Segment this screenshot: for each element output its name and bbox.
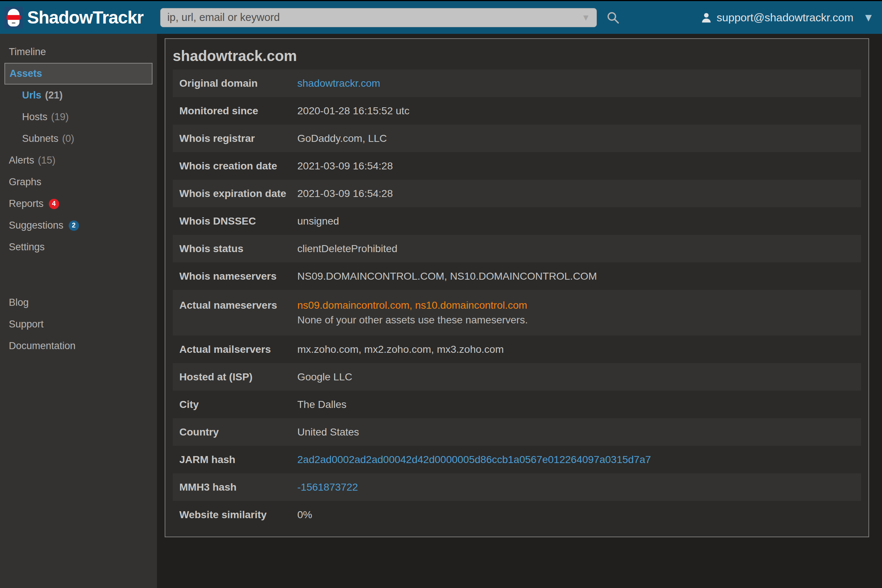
sidebar-item-count: (15) <box>38 155 56 166</box>
sidebar-selected-box: Assets <box>4 63 153 84</box>
row-value: GoDaddy.com, LLC <box>297 133 861 144</box>
sidebar-item-blog[interactable]: Blog <box>0 292 157 314</box>
row-value: Google LLC <box>297 371 861 383</box>
row-label: Whois status <box>173 243 297 255</box>
helmet-icon <box>8 9 20 27</box>
sidebar-item-label: Support <box>9 319 44 330</box>
row-value: unsigned <box>297 215 861 227</box>
sidebar-nav: TimelineAssetsUrls(21)Hosts(19)Subnets(0… <box>0 41 157 357</box>
sidebar-item-label: Settings <box>9 242 45 253</box>
sidebar-item-label: Blog <box>9 297 28 308</box>
row-value: 2021-03-09 16:54:28 <box>297 188 861 200</box>
sidebar-item-label: Graphs <box>9 176 42 188</box>
row-label: Whois creation date <box>173 160 297 172</box>
top-bar: ShadowTrackr ▼ support@shadowtrackr.com … <box>0 0 882 34</box>
sidebar-item-label: Documentation <box>9 340 76 352</box>
detail-table: Original domainshadowtrackr.comMonitored… <box>173 69 861 528</box>
sidebar-item-urls[interactable]: Urls(21) <box>0 84 157 106</box>
row-label: Whois expiration date <box>173 188 297 200</box>
row-value: United States <box>297 426 861 438</box>
sidebar-item-label: Urls <box>22 90 42 101</box>
sidebar: TimelineAssetsUrls(21)Hosts(19)Subnets(0… <box>0 34 157 588</box>
search-icon[interactable] <box>606 10 620 25</box>
row-label: Actual nameservers <box>173 298 297 313</box>
search-input[interactable] <box>160 8 597 27</box>
sidebar-item-label: Subnets <box>22 133 58 144</box>
app-root: ShadowTrackr ▼ support@shadowtrackr.com … <box>0 0 882 588</box>
row-value-warning: ns09.domaincontrol.com, ns10.domaincontr… <box>297 298 856 313</box>
table-row: Website similarity0% <box>173 501 861 528</box>
main-content: shadowtrack.com Original domainshadowtra… <box>157 34 882 588</box>
table-row: Actual nameserversns09.domaincontrol.com… <box>173 290 861 336</box>
table-row: MMH3 hash-1561873722 <box>173 473 861 501</box>
user-menu[interactable]: support@shadowtrackr.com ▼ <box>700 11 874 24</box>
sidebar-item-support[interactable]: Support <box>0 314 157 335</box>
sidebar-item-reports[interactable]: Reports4 <box>0 193 157 214</box>
sidebar-item-label: Suggestions <box>9 220 64 231</box>
sidebar-badge-suggestions: 2 <box>69 220 79 231</box>
user-menu-chevron-icon: ▼ <box>863 12 874 23</box>
table-row: Actual mailserversmx.zoho.com, mx2.zoho.… <box>173 336 861 363</box>
row-value: mx.zoho.com, mx2.zoho.com, mx3.zoho.com <box>297 344 861 356</box>
table-row: Whois nameserversNS09.DOMAINCONTROL.COM,… <box>173 262 861 290</box>
row-value: shadowtrackr.com <box>297 78 861 89</box>
sidebar-item-label: Assets <box>9 68 42 80</box>
row-label: Whois nameservers <box>173 270 297 282</box>
row-label: Monitored since <box>173 105 297 117</box>
table-row: JARM hash2ad2ad0002ad2ad00042d42d0000005… <box>173 446 861 473</box>
row-value: 2020-01-28 16:15:52 utc <box>297 105 861 117</box>
row-value-link[interactable]: -1561873722 <box>297 482 358 493</box>
row-label: MMH3 hash <box>173 482 297 493</box>
user-email: support@shadowtrackr.com <box>717 11 854 24</box>
row-label: Hosted at (ISP) <box>173 371 297 383</box>
row-value: 0% <box>297 509 861 521</box>
row-label: Whois DNSSEC <box>173 215 297 227</box>
row-value: -1561873722 <box>297 482 861 493</box>
sidebar-item-count: (0) <box>62 133 74 144</box>
row-label: Website similarity <box>173 509 297 521</box>
helmet-visor <box>7 15 21 20</box>
sidebar-item-settings[interactable]: Settings <box>0 236 157 258</box>
row-value-link[interactable]: 2ad2ad0002ad2ad00042d42d0000005d86ccb1a0… <box>297 454 651 465</box>
helmet-mouth <box>12 22 15 24</box>
sidebar-item-label: Timeline <box>9 46 46 58</box>
table-row: Original domainshadowtrackr.com <box>173 69 861 97</box>
sidebar-item-label: Alerts <box>9 155 34 166</box>
sidebar-badge-reports: 4 <box>49 199 59 209</box>
sidebar-item-label: Reports <box>9 198 44 210</box>
brand-link[interactable]: ShadowTrackr <box>4 7 143 28</box>
row-label: Whois registrar <box>173 133 297 144</box>
user-icon <box>700 12 712 24</box>
row-label: Original domain <box>173 78 297 89</box>
table-row: Whois statusclientDeleteProhibited <box>173 235 861 262</box>
table-row: Whois DNSSECunsigned <box>173 207 861 235</box>
asset-detail-panel: shadowtrack.com Original domainshadowtra… <box>165 38 869 537</box>
sidebar-item-documentation[interactable]: Documentation <box>0 335 157 357</box>
row-value: clientDeleteProhibited <box>297 243 861 255</box>
row-note: None of your other assets use these name… <box>297 313 856 327</box>
row-label: JARM hash <box>173 454 297 466</box>
row-value-link[interactable]: shadowtrackr.com <box>297 78 380 89</box>
sidebar-item-alerts[interactable]: Alerts(15) <box>0 150 157 171</box>
sidebar-item-suggestions[interactable]: Suggestions2 <box>0 214 157 236</box>
row-label: Country <box>173 426 297 438</box>
table-row: Whois registrarGoDaddy.com, LLC <box>173 124 861 152</box>
table-row: Monitored since2020-01-28 16:15:52 utc <box>173 97 861 124</box>
brand-logo-icon <box>4 7 23 28</box>
sidebar-item-timeline[interactable]: Timeline <box>0 41 157 63</box>
search-dropdown-icon[interactable]: ▼ <box>581 13 590 22</box>
table-row: Whois expiration date2021-03-09 16:54:28 <box>173 180 861 207</box>
sidebar-item-subnets[interactable]: Subnets(0) <box>0 128 157 150</box>
table-row: Hosted at (ISP)Google LLC <box>173 363 861 391</box>
row-value: ns09.domaincontrol.com, ns10.domaincontr… <box>297 298 861 327</box>
sidebar-item-graphs[interactable]: Graphs <box>0 171 157 193</box>
sidebar-item-label: Hosts <box>22 111 47 123</box>
page-title: shadowtrack.com <box>173 48 861 64</box>
table-row: CountryUnited States <box>173 418 861 446</box>
sidebar-item-hosts[interactable]: Hosts(19) <box>0 106 157 128</box>
sidebar-item-assets[interactable]: Assets <box>0 63 157 84</box>
table-row: CityThe Dalles <box>173 391 861 418</box>
brand-title: ShadowTrackr <box>27 8 143 28</box>
sidebar-item-count: (19) <box>51 111 69 123</box>
row-value: The Dalles <box>297 399 861 411</box>
